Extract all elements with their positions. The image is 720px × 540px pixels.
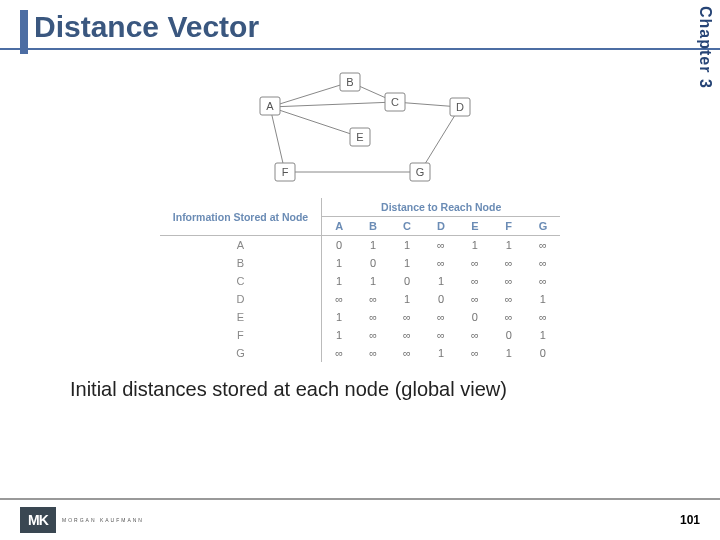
cell: 1 [322, 272, 356, 290]
logo-text: MORGAN KAUFMANN [62, 517, 144, 523]
distance-table: Information Stored at Node Distance to R… [160, 198, 560, 362]
svg-line-1 [270, 107, 360, 137]
cell: ∞ [458, 326, 492, 344]
cell: ∞ [390, 344, 424, 362]
table-row: C1101∞∞∞ [160, 272, 560, 290]
cell: ∞ [458, 344, 492, 362]
graph-node-A: A [260, 97, 280, 115]
cell: ∞ [356, 326, 390, 344]
header-accent-bar [20, 10, 28, 54]
cell: 1 [390, 254, 424, 272]
cell: ∞ [390, 326, 424, 344]
cell: 1 [424, 344, 458, 362]
cell: ∞ [322, 290, 356, 308]
cell: ∞ [458, 290, 492, 308]
svg-text:C: C [391, 96, 399, 108]
cell: ∞ [458, 272, 492, 290]
cell: 0 [322, 236, 356, 255]
cell: 1 [492, 236, 526, 255]
svg-text:E: E [356, 131, 363, 143]
logo-mark: MK [20, 507, 56, 533]
cell: ∞ [492, 254, 526, 272]
cell: ∞ [424, 236, 458, 255]
svg-text:D: D [456, 101, 464, 113]
cell: ∞ [526, 254, 561, 272]
figure-caption: Initial distances stored at each node (g… [40, 362, 680, 401]
cell: 0 [458, 308, 492, 326]
cell: ∞ [356, 344, 390, 362]
table-row: G∞∞∞1∞10 [160, 344, 560, 362]
cell: ∞ [424, 326, 458, 344]
cell: ∞ [458, 254, 492, 272]
content-area: A B C D E F G [0, 50, 720, 401]
svg-text:A: A [266, 100, 274, 112]
col-header: D [424, 217, 458, 236]
graph-node-C: C [385, 93, 405, 111]
cell: ∞ [424, 254, 458, 272]
cell: 1 [526, 326, 561, 344]
graph-node-G: G [410, 163, 430, 181]
table-row: E1∞∞∞0∞∞ [160, 308, 560, 326]
cell: ∞ [492, 290, 526, 308]
row-label: E [160, 308, 322, 326]
row-label: B [160, 254, 322, 272]
slide-header: Distance Vector [0, 0, 720, 50]
cell: ∞ [526, 236, 561, 255]
row-label: G [160, 344, 322, 362]
page-title: Distance Vector [20, 10, 700, 44]
cell: 1 [322, 308, 356, 326]
col-header: B [356, 217, 390, 236]
row-label: F [160, 326, 322, 344]
col-header: C [390, 217, 424, 236]
cell: 1 [424, 272, 458, 290]
svg-line-2 [270, 102, 395, 107]
cell: 1 [356, 272, 390, 290]
cell: ∞ [356, 308, 390, 326]
svg-text:F: F [282, 166, 289, 178]
cell: 1 [322, 326, 356, 344]
table-title: Distance to Reach Node [322, 198, 561, 217]
cell: 1 [322, 254, 356, 272]
row-label: D [160, 290, 322, 308]
cell: 1 [390, 236, 424, 255]
cell: ∞ [526, 308, 561, 326]
cell: ∞ [492, 272, 526, 290]
cell: 1 [458, 236, 492, 255]
cell: 1 [390, 290, 424, 308]
table-row: B101∞∞∞∞ [160, 254, 560, 272]
svg-line-0 [270, 82, 350, 107]
col-header: G [526, 217, 561, 236]
graph-node-B: B [340, 73, 360, 91]
cell: 0 [526, 344, 561, 362]
table-row: F1∞∞∞∞01 [160, 326, 560, 344]
graph-figure: A B C D E F G [40, 62, 680, 192]
chapter-label: Chapter 3 [694, 0, 716, 95]
cell: ∞ [526, 272, 561, 290]
svg-text:B: B [346, 76, 353, 88]
table-row: D∞∞10∞∞1 [160, 290, 560, 308]
network-graph: A B C D E F G [210, 62, 510, 192]
cell: 1 [492, 344, 526, 362]
cell: 1 [356, 236, 390, 255]
svg-line-3 [270, 107, 285, 172]
cell: ∞ [390, 308, 424, 326]
cell: ∞ [322, 344, 356, 362]
svg-text:G: G [416, 166, 425, 178]
page-number: 101 [680, 513, 700, 527]
cell: ∞ [356, 290, 390, 308]
row-label: A [160, 236, 322, 255]
cell: 0 [492, 326, 526, 344]
cell: 0 [356, 254, 390, 272]
svg-line-6 [420, 107, 460, 172]
col-header: E [458, 217, 492, 236]
table-row: A011∞11∞ [160, 236, 560, 255]
slide-footer: MK MORGAN KAUFMANN 101 [0, 498, 720, 540]
cell: ∞ [424, 308, 458, 326]
cell: 0 [390, 272, 424, 290]
col-header: A [322, 217, 356, 236]
graph-node-D: D [450, 98, 470, 116]
graph-node-F: F [275, 163, 295, 181]
cell: 0 [424, 290, 458, 308]
cell: ∞ [492, 308, 526, 326]
graph-node-E: E [350, 128, 370, 146]
